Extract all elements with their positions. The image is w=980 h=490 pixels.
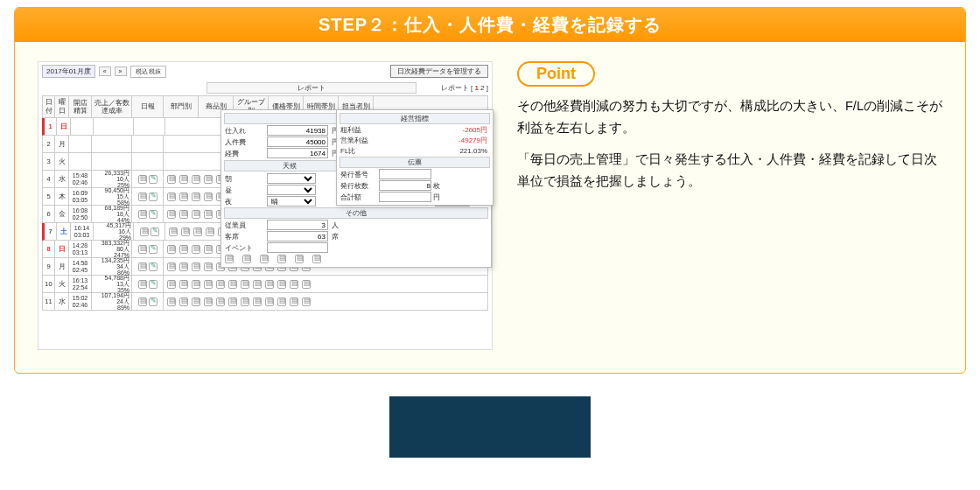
weather-select[interactable]: 晴 — [267, 196, 316, 206]
pencil-icon[interactable] — [149, 210, 158, 219]
doc-icon[interactable] — [138, 210, 147, 219]
doc-icon[interactable] — [290, 280, 298, 289]
prev-period-button[interactable]: « — [99, 66, 111, 76]
doc-icon[interactable] — [138, 245, 147, 254]
report-pager-rest[interactable]: 2 ] — [479, 84, 488, 92]
doc-icon[interactable] — [192, 210, 200, 219]
doc-icon[interactable] — [241, 280, 249, 289]
doc-icon[interactable] — [167, 210, 176, 219]
doc-icon[interactable] — [179, 280, 188, 289]
cell-date: 9 — [43, 258, 55, 275]
doc-icon[interactable] — [167, 298, 176, 306]
cell-open: 14:5802:45 — [69, 258, 92, 275]
doc-icon[interactable] — [181, 228, 190, 236]
doc-icon[interactable] — [265, 298, 274, 306]
doc-icon[interactable] — [138, 262, 147, 271]
pencil-icon[interactable] — [150, 228, 159, 236]
doc-icon[interactable] — [179, 262, 188, 271]
doc-icon[interactable] — [204, 192, 213, 201]
doc-icon[interactable] — [192, 280, 200, 289]
doc-icon[interactable] — [192, 175, 200, 184]
doc-icon[interactable] — [140, 228, 149, 236]
doc-icon[interactable] — [228, 280, 237, 289]
pencil-icon[interactable] — [149, 192, 158, 201]
table-row[interactable]: 10火16:1322:5454,788円13人35% — [42, 276, 488, 293]
period-select[interactable]: 2017年01月度 — [42, 65, 95, 78]
doc-icon[interactable] — [167, 280, 176, 289]
doc-icon[interactable] — [253, 298, 262, 306]
table-row[interactable]: 11水15:0202:46107,194円24人89% — [42, 293, 488, 311]
doc-icon[interactable] — [179, 298, 188, 306]
header-tab-dept[interactable]: 部門別 — [164, 96, 199, 117]
weather-select[interactable] — [267, 185, 316, 195]
report-pager[interactable]: レポート [ 1 2 ] — [441, 83, 488, 93]
doc-icon[interactable] — [167, 192, 176, 201]
doc-icon[interactable] — [192, 298, 200, 306]
doc-icon[interactable] — [216, 280, 225, 289]
doc-icon[interactable] — [204, 175, 213, 184]
doc-icon[interactable] — [204, 298, 213, 306]
doc-icon[interactable] — [169, 228, 178, 236]
doc-icon[interactable] — [277, 255, 286, 263]
next-period-button[interactable]: » — [115, 66, 127, 76]
pencil-icon[interactable] — [149, 298, 158, 306]
doc-icon[interactable] — [179, 175, 188, 184]
doc-icon[interactable] — [192, 245, 200, 254]
doc-icon[interactable] — [204, 245, 213, 254]
doc-icon[interactable] — [295, 255, 304, 263]
doc-icon[interactable] — [167, 245, 176, 254]
expense-input[interactable] — [267, 148, 328, 158]
doc-icon[interactable] — [253, 280, 262, 289]
doc-icon[interactable] — [167, 262, 176, 271]
doc-icon[interactable] — [277, 298, 286, 306]
pencil-icon[interactable] — [149, 280, 158, 289]
expense-input[interactable] — [267, 136, 328, 147]
doc-icon[interactable] — [302, 280, 311, 289]
doc-icon[interactable] — [204, 280, 213, 289]
doc-icon[interactable] — [167, 175, 176, 184]
doc-icon[interactable] — [138, 192, 147, 201]
doc-icon[interactable] — [204, 262, 213, 271]
doc-icon[interactable] — [312, 255, 321, 263]
expense-input[interactable] — [267, 125, 328, 136]
denpyou-input[interactable] — [379, 192, 431, 202]
doc-icon[interactable] — [138, 175, 147, 184]
denpyou-input[interactable] — [379, 169, 431, 179]
pencil-icon[interactable] — [149, 175, 158, 184]
doc-icon[interactable] — [242, 255, 251, 263]
doc-icon[interactable] — [138, 298, 147, 306]
doc-icon[interactable] — [260, 255, 269, 263]
other-input[interactable] — [267, 220, 328, 230]
denpyou-input[interactable] — [379, 180, 431, 191]
other-label: 客席 — [225, 232, 263, 242]
doc-icon[interactable] — [216, 298, 225, 306]
doc-icon[interactable] — [193, 228, 202, 236]
doc-icon[interactable] — [204, 210, 213, 219]
cell-sales: 68,189円18人44% — [92, 206, 132, 222]
doc-icon[interactable] — [179, 210, 188, 219]
doc-icon[interactable] — [277, 280, 286, 289]
doc-icon[interactable] — [225, 255, 234, 263]
header-open: 開店 精算 — [69, 96, 92, 117]
doc-icon[interactable] — [179, 192, 188, 201]
weather-select[interactable] — [267, 173, 316, 184]
doc-icon[interactable] — [179, 245, 188, 254]
doc-icon[interactable] — [265, 280, 274, 289]
cell-date: 8 — [43, 241, 55, 257]
pencil-icon[interactable] — [149, 245, 158, 254]
doc-icon[interactable] — [290, 298, 298, 306]
other-title: その他 — [224, 207, 488, 219]
doc-icon[interactable] — [192, 192, 200, 201]
doc-icon[interactable] — [192, 262, 200, 271]
pencil-icon[interactable] — [149, 262, 158, 271]
doc-icon[interactable] — [228, 298, 237, 306]
doc-icon[interactable] — [206, 228, 214, 236]
cell-date: 3 — [43, 153, 55, 170]
doc-icon[interactable] — [241, 298, 249, 306]
other-input[interactable] — [267, 242, 328, 253]
other-input[interactable] — [267, 231, 328, 242]
doc-icon[interactable] — [138, 280, 147, 289]
tax-toggle[interactable]: 税込 税抜 — [130, 66, 167, 78]
manage-daily-expense-button[interactable]: 日次経費データを管理する — [390, 65, 488, 78]
doc-icon[interactable] — [302, 298, 311, 306]
